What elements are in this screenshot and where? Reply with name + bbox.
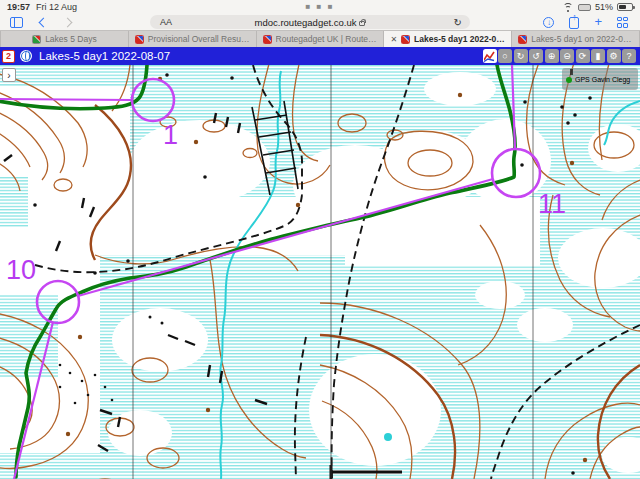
accessory-battery-icon bbox=[578, 4, 591, 11]
gps-runner-label[interactable]: GPS Gavin Clegg bbox=[575, 76, 630, 83]
info-button[interactable]: ▮ bbox=[591, 49, 605, 63]
tab-favicon bbox=[135, 35, 144, 44]
event-title: Lakes-5 day1 2022-08-07 bbox=[39, 50, 170, 62]
small-pond bbox=[384, 433, 392, 441]
tab-overview-button[interactable] bbox=[617, 17, 628, 28]
forward-button[interactable] bbox=[63, 17, 73, 27]
control-number-1: 1 bbox=[163, 120, 178, 150]
gps-legend: GPS Gavin Clegg bbox=[562, 68, 638, 90]
tab-favicon bbox=[263, 35, 272, 44]
gps-track-color-dot bbox=[566, 77, 572, 83]
date: Fri 12 Aug bbox=[36, 2, 77, 12]
sidebar-icon[interactable] bbox=[10, 17, 23, 28]
ipad-screen: 19:57 Fri 12 Aug ■ ■ ■ 51% AA mdoc.route… bbox=[0, 0, 640, 479]
orienteering-map[interactable]: 1 10 11 bbox=[0, 65, 640, 479]
downloads-button[interactable]: ↓ bbox=[543, 17, 554, 28]
reload-button[interactable]: ↻ bbox=[454, 17, 462, 28]
rg2-mini-chart-icon bbox=[484, 51, 495, 62]
undo-button[interactable]: ↺ bbox=[529, 49, 543, 63]
clock: 19:57 bbox=[7, 2, 30, 12]
control-number-11: 11 bbox=[538, 189, 566, 219]
multitask-dots-icon: ■ ■ ■ bbox=[306, 2, 335, 11]
rg2-toolbar: ○ ↻ ↺ ⊕ ⊖ ⟳ ▮ ⚙ ? bbox=[483, 49, 639, 63]
battery-icon bbox=[617, 3, 633, 11]
tab-lakes-5-days[interactable]: Lakes 5 Days bbox=[0, 31, 129, 47]
tab-routegadget-uk[interactable]: Routegadget UK | Routegadget UK bbox=[257, 31, 385, 47]
map-canvas[interactable]: 1 10 11 › GPS Gavin Clegg bbox=[0, 65, 640, 479]
tab-lakes5-day1-results[interactable]: Lakes-5 day1 on 2022-08-07 bbox=[512, 31, 640, 47]
tab-favicon bbox=[401, 35, 410, 44]
url-text: mdoc.routegadget.co.uk bbox=[255, 17, 357, 28]
status-bar: 19:57 Fri 12 Aug ■ ■ ■ 51% bbox=[0, 0, 640, 14]
tab-provisional-results[interactable]: Provisional Overall Results - Lake… bbox=[129, 31, 257, 47]
panel-expand-button[interactable]: › bbox=[2, 68, 16, 82]
circle-tool-button[interactable]: ○ bbox=[498, 49, 512, 63]
close-tab-icon[interactable]: ✕ bbox=[390, 35, 397, 44]
redo-button[interactable]: ↻ bbox=[514, 49, 528, 63]
rg2-header: 2 Lakes-5 day1 2022-08-07 ○ ↻ ↺ ⊕ ⊖ ⟳ ▮ … bbox=[0, 47, 640, 65]
back-button[interactable] bbox=[39, 17, 49, 27]
zoom-out-button[interactable]: ⊖ bbox=[560, 49, 574, 63]
new-tab-button[interactable]: + bbox=[594, 17, 602, 27]
zoom-in-button[interactable]: ⊕ bbox=[545, 49, 559, 63]
tab-lakes5-day1-active[interactable]: ✕ Lakes-5 day1 2022-08-07 bbox=[384, 31, 512, 47]
url-bar[interactable]: AA mdoc.routegadget.co.uk ↻ bbox=[150, 15, 470, 29]
browser-toolbar: AA mdoc.routegadget.co.uk ↻ ↓ + bbox=[0, 14, 640, 30]
control-number-10: 10 bbox=[6, 255, 36, 285]
globe-icon[interactable] bbox=[20, 50, 32, 62]
tab-favicon bbox=[32, 35, 41, 44]
leg-line-into-1 bbox=[0, 99, 132, 100]
battery-percent: 51% bbox=[595, 2, 613, 12]
text-size-button[interactable]: AA bbox=[160, 17, 172, 27]
reset-view-button[interactable]: ⟳ bbox=[576, 49, 590, 63]
rg2-logo: 2 bbox=[2, 50, 15, 63]
rg2-logo-button[interactable] bbox=[483, 49, 497, 63]
tab-favicon bbox=[518, 35, 527, 44]
lock-icon bbox=[359, 21, 365, 26]
settings-button[interactable]: ⚙ bbox=[607, 49, 621, 63]
share-button[interactable] bbox=[569, 17, 579, 29]
legend-handle bbox=[570, 69, 573, 75]
wifi-icon bbox=[563, 3, 574, 12]
help-button[interactable]: ? bbox=[622, 49, 636, 63]
tab-bar: Lakes 5 Days Provisional Overall Results… bbox=[0, 30, 640, 47]
